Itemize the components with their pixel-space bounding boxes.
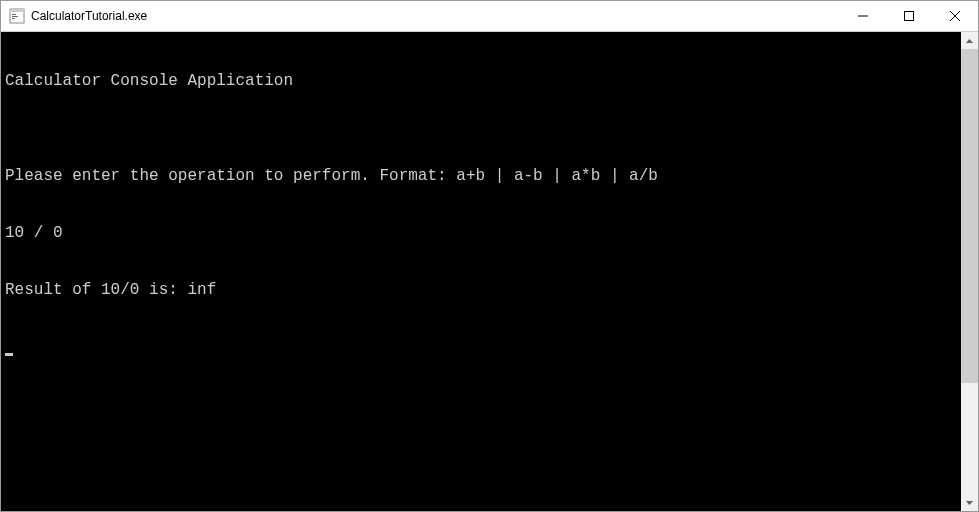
svg-rect-1 bbox=[10, 9, 24, 12]
vertical-scrollbar[interactable] bbox=[961, 32, 978, 511]
scroll-track[interactable] bbox=[961, 49, 978, 494]
console-area: Calculator Console Application Please en… bbox=[1, 32, 978, 511]
svg-rect-3 bbox=[12, 16, 18, 17]
svg-rect-2 bbox=[12, 14, 16, 15]
close-button[interactable] bbox=[932, 1, 978, 31]
minimize-button[interactable] bbox=[840, 1, 886, 31]
svg-rect-4 bbox=[12, 18, 15, 19]
console-line: Result of 10/0 is: inf bbox=[5, 281, 957, 300]
console-output[interactable]: Calculator Console Application Please en… bbox=[1, 32, 961, 511]
scroll-up-button[interactable] bbox=[961, 32, 978, 49]
console-line: Calculator Console Application bbox=[5, 72, 957, 91]
console-cursor-line bbox=[5, 338, 957, 357]
app-icon bbox=[9, 8, 25, 24]
console-line: 10 / 0 bbox=[5, 224, 957, 243]
window-title: CalculatorTutorial.exe bbox=[31, 9, 147, 23]
scroll-thumb[interactable] bbox=[961, 49, 978, 383]
window-controls bbox=[840, 1, 978, 31]
maximize-button[interactable] bbox=[886, 1, 932, 31]
scroll-down-button[interactable] bbox=[961, 494, 978, 511]
titlebar[interactable]: CalculatorTutorial.exe bbox=[1, 1, 978, 32]
svg-rect-6 bbox=[905, 12, 914, 21]
console-line: Please enter the operation to perform. F… bbox=[5, 167, 957, 186]
cursor-icon bbox=[5, 353, 13, 356]
